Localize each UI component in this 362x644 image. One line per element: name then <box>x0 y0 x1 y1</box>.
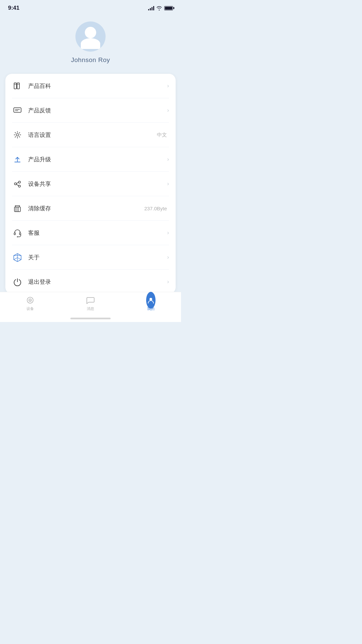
svg-line-25 <box>14 258 17 260</box>
signal-icon <box>148 6 154 10</box>
status-time: 9:41 <box>8 5 19 11</box>
menu-label-upgrade: 产品升级 <box>28 156 167 163</box>
menu-label-logout: 退出登录 <box>28 278 167 286</box>
menu-item-logout[interactable]: 退出登录 › <box>12 270 169 294</box>
svg-line-10 <box>16 182 18 183</box>
menu-item-about[interactable]: 关于 › <box>12 245 169 270</box>
feedback-icon <box>12 105 23 116</box>
menu-item-customer-service[interactable]: 客服 › <box>12 221 169 245</box>
headset-icon <box>12 227 23 238</box>
svg-rect-4 <box>14 108 21 112</box>
chevron-icon: › <box>167 107 169 113</box>
status-bar: 9:41 <box>0 0 181 15</box>
menu-label-language: 语言设置 <box>28 131 157 139</box>
status-icons <box>148 6 173 10</box>
svg-rect-0 <box>14 83 16 89</box>
chevron-icon: › <box>167 230 169 236</box>
menu-label-sharing: 设备共享 <box>28 180 167 188</box>
menu-label-product-wiki: 产品百科 <box>28 82 167 90</box>
menu-item-language[interactable]: 语言设置 中文 <box>12 123 169 147</box>
menu-card: 产品百科 › 产品反馈 › 语言设置 中文 <box>5 74 176 294</box>
chevron-icon: › <box>167 279 169 285</box>
chevron-icon: › <box>167 181 169 187</box>
svg-point-30 <box>149 298 152 301</box>
device-tab-icon <box>25 296 35 305</box>
language-value: 中文 <box>157 132 167 138</box>
cache-icon <box>12 203 23 214</box>
chevron-icon: › <box>167 156 169 162</box>
svg-line-11 <box>16 184 18 185</box>
menu-label-about: 关于 <box>28 254 167 261</box>
menu-label-cache: 清除缓存 <box>28 205 144 212</box>
share-icon <box>12 178 23 189</box>
tab-mine[interactable]: 我的 <box>121 296 181 311</box>
gear-icon <box>12 129 23 140</box>
menu-label-customer-service: 客服 <box>28 229 167 237</box>
svg-line-26 <box>17 258 21 260</box>
tab-label-mine: 我的 <box>147 306 155 311</box>
avatar-person <box>75 21 106 52</box>
svg-point-29 <box>30 300 31 301</box>
svg-rect-12 <box>14 207 20 212</box>
home-indicator <box>70 318 111 319</box>
cube-icon <box>12 252 23 263</box>
tab-label-message: 消息 <box>87 306 94 311</box>
tab-label-device: 设备 <box>26 306 34 311</box>
mine-tab-icon <box>146 296 156 305</box>
chevron-icon: › <box>167 83 169 89</box>
tab-device[interactable]: 设备 <box>0 296 60 311</box>
tab-message[interactable]: 消息 <box>60 296 121 311</box>
menu-item-cache[interactable]: 清除缓存 237.0Byte <box>12 196 169 221</box>
menu-item-upgrade[interactable]: 产品升级 › <box>12 147 169 172</box>
chevron-icon: › <box>167 254 169 260</box>
books-icon <box>12 80 23 91</box>
battery-icon <box>164 6 173 10</box>
svg-rect-1 <box>17 83 19 89</box>
wifi-icon <box>156 6 162 10</box>
cache-value: 237.0Byte <box>144 206 167 211</box>
avatar[interactable] <box>75 21 106 52</box>
menu-item-sharing[interactable]: 设备共享 › <box>12 172 169 196</box>
profile-header: Johnson Roy <box>0 15 181 74</box>
power-icon <box>12 276 23 287</box>
menu-item-product-feedback[interactable]: 产品反馈 › <box>12 98 169 123</box>
menu-item-product-wiki[interactable]: 产品百科 › <box>12 74 169 98</box>
menu-label-product-feedback: 产品反馈 <box>28 107 167 114</box>
svg-point-21 <box>17 236 18 237</box>
message-tab-icon <box>86 296 95 305</box>
profile-name: Johnson Roy <box>71 56 110 64</box>
upgrade-icon <box>12 154 23 165</box>
svg-point-7 <box>16 134 19 136</box>
